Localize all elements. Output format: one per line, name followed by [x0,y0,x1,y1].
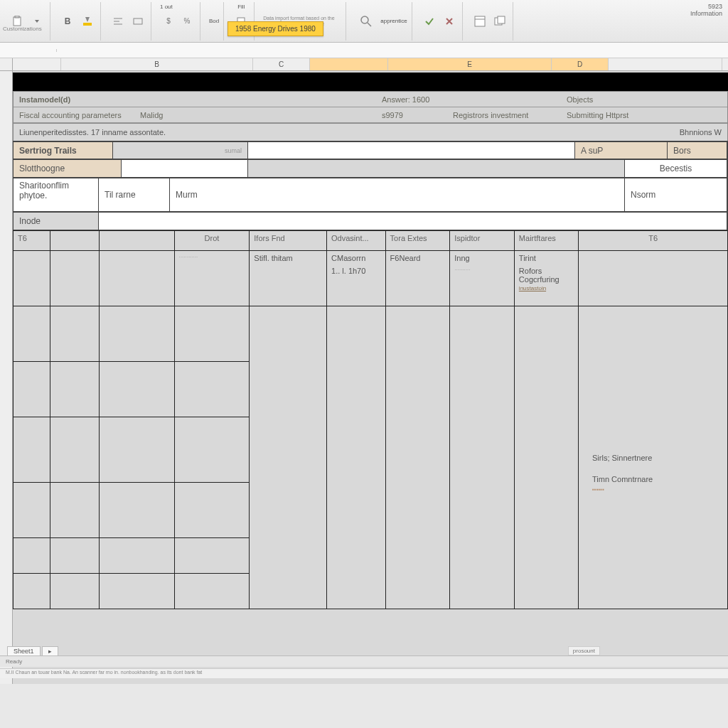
gh-3[interactable]: Drot [174,231,250,251]
gh-7[interactable]: Ispidtor [450,231,515,251]
r2c2[interactable] [99,306,174,362]
r7c1[interactable] [50,574,99,609]
results-header[interactable]: Becestis [625,160,727,177]
service-blank[interactable] [248,142,575,159]
bold-button[interactable]: B [59,13,76,30]
r6c2[interactable] [99,538,174,574]
name-box[interactable] [0,49,57,52]
gh-2[interactable] [99,231,174,251]
r3c3[interactable] [174,362,250,417]
r1c5[interactable]: CMasorrn 1.. l. 1h70 [327,251,386,306]
r7c0[interactable] [14,574,50,609]
window2-button[interactable] [491,13,508,30]
r2c0[interactable] [14,306,50,362]
r5c0[interactable] [14,483,50,538]
r5c3[interactable] [174,483,250,538]
gh-8[interactable]: Mairtftares [514,231,579,251]
r1c6[interactable]: F6Neard [385,251,450,306]
r4c3[interactable] [174,417,250,483]
col-header-d[interactable]: D [552,58,609,70]
col-header-b[interactable]: B [61,58,253,70]
mid-label: sumal [113,142,248,159]
gh-0[interactable]: T6 [14,231,50,251]
column-headers: B C E D [13,58,728,71]
r4c1[interactable] [50,417,99,483]
currency-button[interactable]: $ [160,13,177,30]
header-row-service: Sertriog Trails sumal A suP Bors [13,141,728,159]
r5c1[interactable] [50,483,99,538]
r2c3[interactable] [174,306,250,362]
ribbon-right-info: 5923 Information [690,3,722,17]
r1c7[interactable]: Inng ·········· [450,251,515,306]
grid-header-row: T6 Drot Ifors Fnd Odvasint... Tora Extes… [14,231,728,251]
slot-range-header[interactable]: Slotthoogne [14,160,122,177]
row-headers[interactable] [0,71,13,684]
contextual-tab-highlight[interactable]: 1958 Energy Drives 1980 [228,21,323,36]
subrow-c3[interactable]: Murm [170,178,625,211]
subrow-c2[interactable]: Til rarne [99,178,170,211]
r2c5-merged[interactable] [327,306,386,609]
r1c8-link[interactable]: inustastoin [519,285,574,291]
sheet-tab-nav[interactable]: ▸ [42,646,58,655]
r2c6-merged[interactable] [385,306,450,609]
cancel-icon[interactable] [441,13,458,30]
r6c1[interactable] [50,538,99,574]
slot-blank2[interactable] [248,160,625,177]
bors-header[interactable]: Bors [668,142,727,159]
fill-color-button[interactable] [79,13,96,30]
r1c4[interactable]: Stifl. thitam [250,251,327,306]
r2c1[interactable] [50,306,99,362]
select-all-corner[interactable] [0,58,13,71]
gh-9[interactable]: T6 [579,231,728,251]
r1c0[interactable] [14,251,50,306]
r3c1[interactable] [50,362,99,417]
align-left-button[interactable] [109,13,127,30]
mode-label-cell[interactable]: Inode [14,213,99,230]
r3c2[interactable] [99,362,174,417]
gh-5[interactable]: Odvasint... [327,231,386,251]
r5c2[interactable] [99,483,174,538]
footer-bar: M.II Chaun an touar bank Na. An scanner … [0,668,728,678]
slot-blank1[interactable] [122,160,248,177]
r4c0[interactable] [14,417,50,483]
percent-button[interactable]: % [178,13,196,30]
find-button[interactable] [355,7,378,36]
r1c1[interactable] [50,251,99,306]
ribbon-group-styles: Bod [205,2,224,41]
sheet-tab-1[interactable]: Sheet1 [7,646,41,655]
info-r2-d: Registrors investment [447,109,561,122]
col-header-f[interactable] [609,58,722,70]
r6c3[interactable] [174,538,250,574]
r1c3[interactable]: ············ [174,251,250,306]
r2c8-merged[interactable] [514,306,579,609]
r7c3[interactable] [174,574,250,609]
window1-button[interactable] [471,13,488,30]
r3c0[interactable] [14,362,50,417]
col-header-sel1[interactable] [310,58,388,70]
r6c0[interactable] [14,538,50,574]
mode-blank[interactable] [99,213,727,230]
check-icon[interactable] [421,13,438,30]
info-r2-a: Fiscal accounting parameters [14,109,134,122]
svg-rect-10 [475,16,485,26]
r4c2[interactable] [99,417,174,483]
subrow-cright[interactable]: Nsorm [625,178,727,211]
merge-button[interactable] [129,13,146,30]
info-row-2: Fiscal accounting parameters Malidg s997… [14,107,727,123]
col-header-e[interactable]: E [388,58,552,70]
zoom-indicator[interactable]: prosount [568,646,600,655]
gh-6[interactable]: Tora Extes [385,231,450,251]
col-header-c[interactable]: C [253,58,310,70]
a-sup-header[interactable]: A suP [575,142,668,159]
service-trials-header[interactable]: Sertriog Trails [14,142,113,159]
r7c2[interactable] [99,574,174,609]
r2c4-merged[interactable] [250,306,327,609]
r1c8[interactable]: Tirint Rofors Cogcrfuring inustastoin [514,251,579,306]
r1c2[interactable] [99,251,174,306]
col-header-a[interactable] [13,58,61,70]
r1c9[interactable] [579,251,728,306]
gh-4[interactable]: Ifors Fnd [250,231,327,251]
r2c7-merged[interactable] [450,306,515,609]
subrow-c1[interactable]: Sharitoonflim phytoe. [14,178,99,211]
gh-1[interactable] [50,231,99,251]
